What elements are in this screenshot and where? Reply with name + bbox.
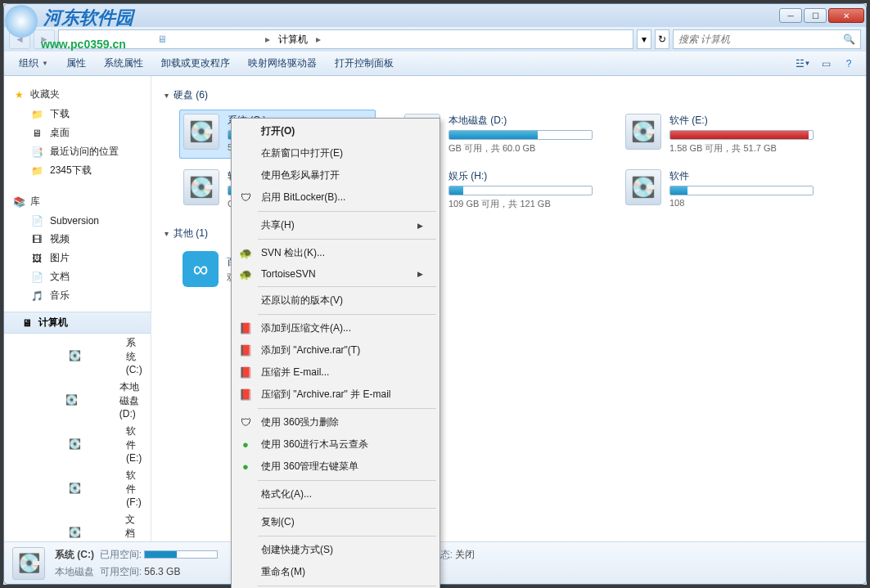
ctx-format[interactable]: 格式化(A)... — [233, 483, 438, 505]
address-history-dropdown[interactable]: ▾ — [637, 29, 651, 49]
separator — [258, 480, 436, 481]
library-icon: 📚 — [12, 195, 25, 209]
rar-icon: 📕 — [238, 321, 253, 336]
sidebar-drive-e[interactable]: 💽软件 (E:) — [4, 422, 151, 466]
drive-icon: 💽 — [183, 114, 219, 150]
ctx-compress-email[interactable]: 📕压缩并 E-mail... — [233, 361, 438, 384]
uninstall-button[interactable]: 卸载或更改程序 — [153, 53, 238, 74]
rar-icon: 📕 — [238, 343, 253, 358]
separator — [258, 286, 436, 287]
ctx-share[interactable]: 共享(H)▶ — [233, 214, 438, 236]
folder-icon: 📁 — [30, 108, 43, 121]
back-button[interactable]: ◄ — [9, 29, 30, 49]
separator — [258, 408, 436, 409]
ctx-360-scan[interactable]: ●使用 360进行木马云查杀 — [233, 433, 438, 456]
ctx-360-menu[interactable]: ●使用 360管理右键菜单 — [233, 456, 438, 478]
context-menu: 打开(O) 在新窗口中打开(E) 使用色彩风暴打开 🛡启用 BitLocker(… — [231, 118, 440, 588]
ctx-rar-email[interactable]: 📕压缩到 "Archive.rar" 并 E-mail — [233, 384, 438, 406]
search-box[interactable]: 🔍 — [673, 29, 861, 49]
capacity-bar — [669, 186, 814, 195]
close-button[interactable]: ✕ — [828, 8, 864, 23]
drive-item[interactable]: 💽软件 (E:)1.58 GB 可用，共 51.7 GB — [621, 110, 818, 159]
drive-name: 软件 (E:) — [669, 114, 814, 128]
ctx-rename[interactable]: 重命名(M) — [233, 561, 438, 583]
sidebar-item-2345[interactable]: 📁2345下载 — [4, 161, 151, 180]
drive-icon: 💽 — [30, 349, 119, 362]
ctx-copy[interactable]: 复制(C) — [233, 511, 438, 533]
computer-group[interactable]: 🖥计算机 — [4, 312, 151, 334]
ctx-add-archive[interactable]: 📕添加到压缩文件(A)... — [233, 317, 438, 339]
forward-button[interactable]: ► — [34, 29, 55, 49]
sidebar-drive-f[interactable]: 💽软件 (F:) — [4, 466, 151, 510]
separator — [258, 239, 436, 240]
system-properties-button[interactable]: 系统属性 — [96, 53, 151, 74]
sidebar-item-downloads[interactable]: 📁下载 — [4, 105, 151, 123]
sidebar-drive-g[interactable]: 💽文档 (G:) — [4, 510, 151, 541]
sidebar-item-documents[interactable]: 📄文档 — [4, 267, 151, 286]
used-space-bar — [144, 550, 218, 559]
ctx-add-rar[interactable]: 📕添加到 "Archive.rar"(T) — [233, 339, 438, 361]
section-hdd[interactable]: ▾硬盘 (6) — [165, 86, 853, 105]
ctx-color-storm[interactable]: 使用色彩风暴打开 — [233, 164, 438, 186]
preview-pane-button[interactable]: ▭ — [815, 55, 836, 73]
submenu-arrow-icon: ▶ — [417, 222, 423, 230]
ctx-open[interactable]: 打开(O) — [233, 120, 438, 142]
submenu-arrow-icon: ▶ — [417, 270, 423, 278]
ctx-bitlocker[interactable]: 🛡启用 BitLocker(B)... — [233, 186, 438, 209]
sidebar-drive-d[interactable]: 💽本地磁盘 (D:) — [4, 378, 151, 422]
drive-capacity-text: 109 GB 可用，共 121 GB — [449, 198, 593, 210]
search-icon[interactable]: 🔍 — [843, 34, 855, 45]
360-icon: 🛡 — [238, 415, 253, 430]
ctx-restore-version[interactable]: 还原以前的版本(V) — [233, 290, 438, 312]
sidebar-item-recent[interactable]: 📑最近访问的位置 — [4, 142, 151, 161]
status-bitlocker: 关闭 — [455, 549, 475, 560]
document-icon: 📄 — [30, 271, 43, 284]
collapse-icon: ▾ — [165, 229, 169, 238]
separator — [258, 536, 436, 536]
capacity-bar — [669, 130, 814, 140]
recent-icon: 📑 — [30, 146, 43, 159]
control-panel-button[interactable]: 打开控制面板 — [327, 53, 402, 74]
drive-name: 娱乐 (H:) — [449, 169, 593, 183]
sidebar-item-videos[interactable]: 🎞视频 — [4, 230, 151, 249]
drive-name: 本地磁盘 (D:) — [449, 114, 593, 128]
drive-item[interactable]: 💽软件108 — [621, 165, 818, 214]
sidebar-item-pictures[interactable]: 🖼图片 — [4, 249, 151, 267]
sidebar-item-desktop[interactable]: 🖥桌面 — [4, 123, 151, 142]
svn-icon: 🐢 — [238, 246, 253, 261]
ctx-open-new-window[interactable]: 在新窗口中打开(E) — [233, 142, 438, 164]
address-path[interactable]: 🖥 ▸ 计算机 ▸ — [58, 29, 633, 49]
help-button[interactable]: ? — [838, 55, 859, 73]
favorites-group[interactable]: ★收藏夹 — [4, 84, 151, 105]
libraries-group[interactable]: 📚库 — [4, 191, 151, 212]
search-input[interactable] — [678, 34, 843, 45]
drive-icon: 💽 — [183, 169, 219, 205]
refresh-button[interactable]: ↻ — [655, 29, 669, 49]
properties-button[interactable]: 属性 — [58, 53, 94, 74]
breadcrumb-computer[interactable]: 计算机 — [275, 30, 311, 48]
map-drive-button[interactable]: 映射网络驱动器 — [240, 53, 325, 74]
picture-icon: 🖼 — [30, 252, 43, 265]
minimize-button[interactable]: ─ — [779, 8, 802, 23]
drive-icon: 💽 — [30, 482, 119, 495]
navigation-pane: ★收藏夹 📁下载 🖥桌面 📑最近访问的位置 📁2345下载 📚库 📄Subver… — [4, 76, 151, 541]
view-button[interactable]: ☳ ▼ — [792, 55, 814, 73]
toolbar: 组织▼ 属性 系统属性 卸载或更改程序 映射网络驱动器 打开控制面板 ☳ ▼ ▭… — [4, 52, 866, 76]
maximize-button[interactable]: ☐ — [804, 8, 827, 23]
ctx-tortoisesvn[interactable]: 🐢TortoiseSVN▶ — [233, 264, 438, 284]
organize-button[interactable]: 组织▼ — [11, 53, 56, 74]
ctx-360-delete[interactable]: 🛡使用 360强力删除 — [233, 411, 438, 433]
breadcrumb-arrow-icon[interactable]: ▸ — [264, 34, 272, 45]
sidebar-item-music[interactable]: 🎵音乐 — [4, 286, 151, 305]
drive-icon: 💽 — [625, 169, 661, 205]
breadcrumb-arrow-icon[interactable]: ▸ — [314, 34, 322, 45]
ctx-svn-checkout[interactable]: 🐢SVN 检出(K)... — [233, 242, 438, 264]
sidebar-drive-c[interactable]: 💽系统 (C:) — [4, 334, 151, 378]
capacity-bar — [449, 186, 593, 195]
sidebar-item-subversion[interactable]: 📄Subversion — [4, 212, 151, 230]
computer-icon: 🖥 — [20, 316, 34, 330]
drive-name: 软件 — [669, 169, 814, 183]
drive-capacity-text: 1.58 GB 可用，共 51.7 GB — [669, 142, 814, 155]
ctx-create-shortcut[interactable]: 创建快捷方式(S) — [233, 539, 438, 561]
drive-capacity-text: GB 可用，共 60.0 GB — [449, 142, 593, 155]
